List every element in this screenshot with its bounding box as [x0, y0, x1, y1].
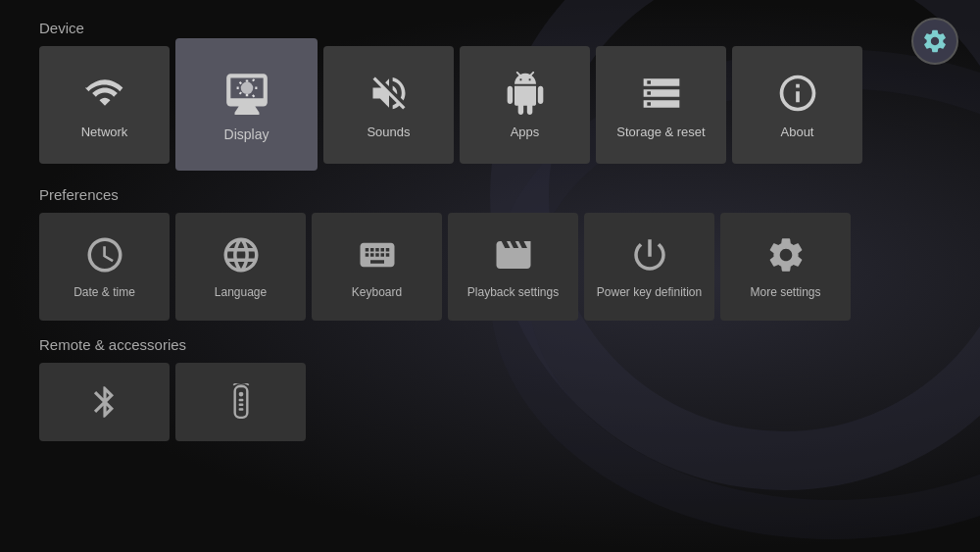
tile-language-label: Language: [215, 285, 267, 299]
tile-playback-label: Playback settings: [467, 285, 559, 299]
tile-bluetooth[interactable]: [39, 363, 170, 441]
mute-icon: [368, 72, 411, 115]
tile-sounds[interactable]: Sounds: [323, 46, 454, 164]
tile-powerkey[interactable]: Power key definition: [584, 213, 714, 321]
bluetooth-icon: [86, 383, 123, 421]
tile-network[interactable]: Network: [39, 46, 170, 164]
device-section-label: Device: [39, 20, 941, 36]
film-icon: [493, 234, 534, 276]
tile-about-label: About: [781, 125, 814, 139]
tile-about[interactable]: About: [732, 46, 862, 164]
remote-section-label: Remote & accessories: [39, 336, 941, 353]
tile-keyboard-label: Keyboard: [352, 285, 402, 299]
svg-rect-5: [238, 408, 243, 410]
tile-display-label: Display: [224, 126, 270, 142]
display-icon: [222, 68, 271, 117]
storage-icon: [640, 72, 683, 115]
info-icon: [776, 72, 819, 115]
tile-apps[interactable]: Apps: [460, 46, 590, 164]
keyboard-icon: [357, 234, 398, 276]
tile-keyboard[interactable]: Keyboard: [312, 213, 442, 321]
tile-powerkey-label: Power key definition: [597, 285, 702, 299]
tile-display[interactable]: Display: [175, 38, 318, 171]
svg-rect-1: [234, 386, 247, 418]
svg-point-0: [240, 81, 253, 94]
tile-apps-label: Apps: [511, 125, 540, 139]
preferences-tiles-row: Date & time Language Keyboard Playback s…: [39, 213, 941, 321]
android-icon: [504, 72, 547, 115]
language-icon: [220, 234, 262, 276]
svg-rect-3: [238, 399, 243, 401]
tile-datetime[interactable]: Date & time: [39, 213, 170, 321]
preferences-section-label: Preferences: [39, 186, 941, 203]
remote-tiles-row: [39, 363, 941, 441]
tile-language[interactable]: Language: [175, 213, 306, 321]
power-icon: [629, 234, 670, 276]
tile-playback[interactable]: Playback settings: [448, 213, 578, 321]
tile-datetime-label: Date & time: [74, 285, 135, 299]
tile-moresettings-label: More settings: [750, 285, 820, 299]
tile-remote[interactable]: [175, 363, 306, 441]
svg-point-2: [238, 392, 243, 397]
wifi-icon: [83, 72, 126, 115]
svg-rect-4: [238, 404, 243, 406]
device-tiles-row: Network Display Sounds Apps: [39, 46, 941, 171]
tile-network-label: Network: [81, 125, 128, 139]
remote-icon: [222, 383, 260, 421]
tile-storage-label: Storage & reset: [616, 125, 705, 139]
tile-storage[interactable]: Storage & reset: [596, 46, 726, 164]
clock-icon: [84, 234, 125, 276]
gear-settings-icon: [765, 234, 807, 276]
tile-moresettings[interactable]: More settings: [720, 213, 851, 321]
tile-sounds-label: Sounds: [367, 125, 410, 139]
